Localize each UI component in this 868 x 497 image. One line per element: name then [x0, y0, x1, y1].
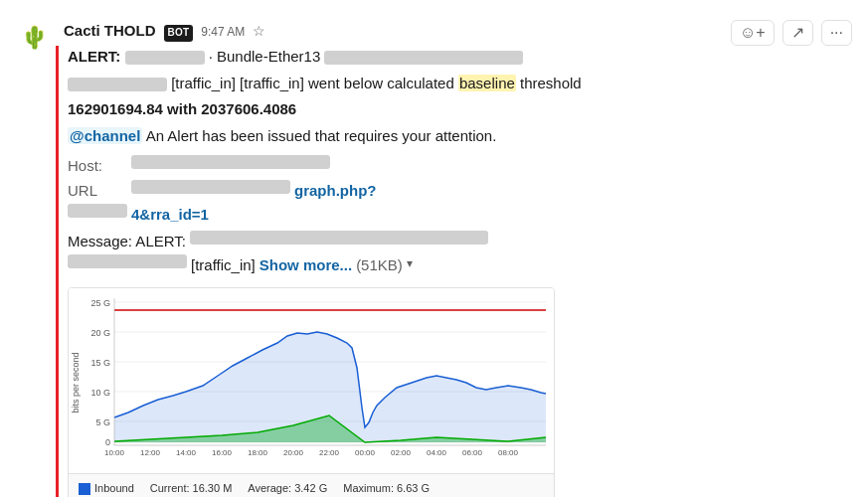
- url-row-2: 4&rra_id=1: [68, 204, 852, 227]
- graph-svg: bits per second 25 G 20 G 15 G 10 G 5 G …: [69, 288, 555, 467]
- alert-line-4: @channel An Alert has been issued that r…: [68, 125, 852, 148]
- blurred-msg-2: [68, 254, 187, 268]
- blurred-host-1: [125, 51, 205, 65]
- svg-text:5 G: 5 G: [95, 417, 110, 427]
- svg-text:20:00: 20:00: [283, 448, 304, 457]
- url-graph-link[interactable]: graph.php?: [294, 180, 377, 203]
- svg-text:04:00: 04:00: [427, 448, 447, 457]
- svg-text:20 G: 20 G: [90, 328, 110, 338]
- star-icon[interactable]: ☆: [253, 21, 265, 42]
- blurred-msg-1: [190, 231, 488, 245]
- inbound-label: Inbound: [94, 482, 134, 494]
- message-row-2: [traffic_in] Show more... (51KB) ▾: [68, 254, 852, 277]
- legend-inbound-row: Inbound Current: 16.30 M Average: 3.42 G…: [79, 480, 544, 497]
- svg-text:14:00: 14:00: [176, 448, 197, 457]
- traffic-ref: [traffic_in]: [191, 254, 256, 277]
- svg-text:06:00: 06:00: [462, 448, 483, 457]
- url-param-link[interactable]: 4&rra_id=1: [131, 204, 209, 227]
- alert-notice-text: An Alert has been issued that requires y…: [146, 127, 497, 144]
- host-row: Host:: [68, 155, 852, 178]
- sender-name: Cacti THOLD: [64, 20, 156, 42]
- blurred-url-1: [131, 180, 290, 194]
- bundle-label: · Bundle-Ether13: [209, 48, 321, 65]
- alert-line-3: 162901694.84 with 2037606.4086: [68, 98, 852, 121]
- svg-text:12:00: 12:00: [140, 448, 161, 457]
- message-actions: ☺+ ↗ ···: [731, 20, 852, 46]
- share-button[interactable]: ↗: [782, 20, 813, 46]
- svg-text:15 G: 15 G: [90, 358, 110, 368]
- bot-badge: BOT: [164, 25, 194, 42]
- more-options-button[interactable]: ···: [821, 20, 852, 46]
- threshold-text: threshold: [520, 75, 582, 91]
- inbound-color-swatch: [79, 483, 90, 495]
- svg-text:0: 0: [105, 437, 110, 447]
- graph-legend: Inbound Current: 16.30 M Average: 3.42 G…: [69, 473, 554, 497]
- blurred-url-2: [68, 204, 127, 218]
- svg-text:22:00: 22:00: [319, 448, 340, 457]
- graph-container: bits per second 25 G 20 G 15 G 10 G 5 G …: [68, 287, 555, 498]
- svg-text:16:00: 16:00: [212, 448, 233, 457]
- dropdown-arrow-icon[interactable]: ▾: [407, 254, 413, 272]
- traffic-line: [traffic_in] [traffic_in] went below cal…: [171, 75, 458, 91]
- blurred-host-val: [131, 155, 330, 169]
- avatar: 🌵: [16, 20, 52, 56]
- blurred-host-3: [68, 78, 167, 91]
- message-row-content: Message: ALERT:: [68, 231, 852, 253]
- file-size: (51KB): [356, 254, 403, 277]
- message-inner: ALERT: · Bundle-Ether13 [traffic_in] [tr…: [64, 46, 852, 497]
- inbound-current: Current: 16.30 M: [150, 480, 233, 497]
- baseline-highlight: baseline: [458, 75, 516, 91]
- svg-text:10 G: 10 G: [90, 388, 110, 398]
- svg-text:00:00: 00:00: [355, 448, 376, 457]
- svg-text:bits per second: bits per second: [71, 352, 81, 413]
- url-label: URL: [68, 180, 127, 203]
- show-more-link[interactable]: Show more...: [260, 254, 352, 277]
- timestamp: 9:47 AM: [201, 24, 245, 42]
- chat-container: 🌵 Cacti THOLD BOT 9:47 AM ☆ ALERT: · Bun…: [0, 0, 868, 497]
- svg-text:02:00: 02:00: [391, 448, 412, 457]
- message-body: ALERT: · Bundle-Ether13 [traffic_in] [tr…: [64, 46, 852, 497]
- svg-text:18:00: 18:00: [248, 448, 268, 457]
- svg-text:10:00: 10:00: [104, 448, 125, 457]
- alert-left-border: [56, 46, 59, 497]
- message-row: 🌵 Cacti THOLD BOT 9:47 AM ☆ ALERT: · Bun…: [16, 12, 852, 497]
- threshold-values: 162901694.84 with 2037606.4086: [68, 100, 296, 117]
- alert-keyword: ALERT:: [68, 48, 120, 65]
- inbound-average: Average: 3.42 G: [248, 480, 327, 497]
- svg-text:08:00: 08:00: [498, 448, 519, 457]
- emoji-reaction-button[interactable]: ☺+: [731, 20, 775, 46]
- host-label: Host:: [68, 155, 127, 178]
- blurred-host-2: [324, 51, 523, 65]
- alert-line-2: [traffic_in] [traffic_in] went below cal…: [68, 73, 852, 95]
- svg-text:25 G: 25 G: [90, 298, 110, 308]
- alert-line-1: ALERT: · Bundle-Ether13: [68, 46, 852, 69]
- channel-mention[interactable]: @channel: [68, 127, 142, 144]
- url-row: URL graph.php?: [68, 180, 852, 203]
- message-content: Cacti THOLD BOT 9:47 AM ☆ ALERT: · Bundl…: [64, 20, 852, 497]
- message-label: Message: ALERT:: [68, 231, 186, 253]
- inbound-maximum: Maximum: 6.63 G: [343, 480, 430, 497]
